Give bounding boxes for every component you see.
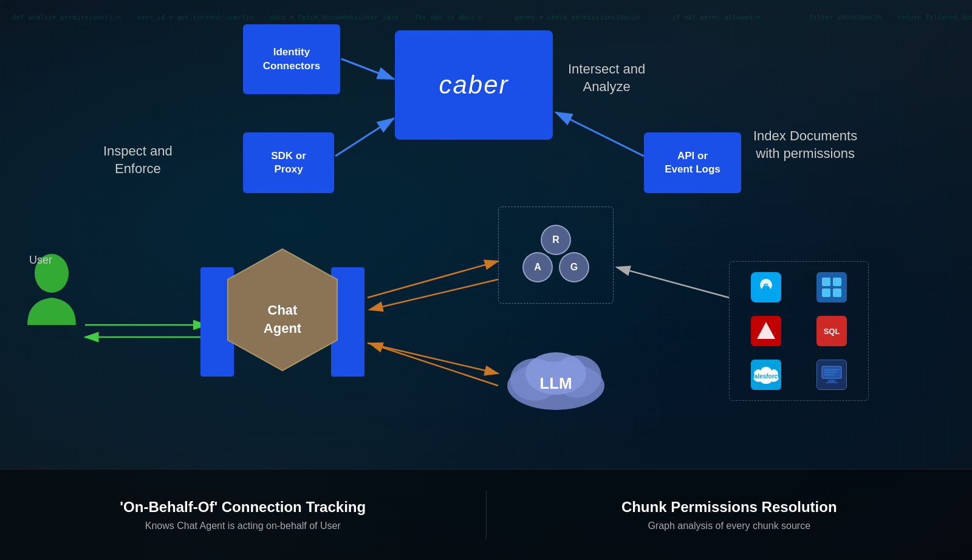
rag-circles: R A G xyxy=(522,225,589,285)
svg-rect-32 xyxy=(833,278,841,286)
api-event-logs-box: API or Event Logs xyxy=(644,132,741,193)
monitor-icon xyxy=(816,360,847,390)
svg-text:Chat: Chat xyxy=(268,302,298,318)
api-event-logs-label: API or Event Logs xyxy=(665,149,720,176)
azure-grid-icon xyxy=(816,272,847,302)
svg-text:S: S xyxy=(763,282,768,292)
svg-rect-39 xyxy=(826,382,838,383)
sdk-proxy-box: SDK or Proxy xyxy=(243,132,334,193)
bottom-left: 'On-Behalf-Of' Connection Tracking Knows… xyxy=(0,487,486,544)
bottom-section: 'On-Behalf-Of' Connection Tracking Knows… xyxy=(0,469,972,560)
svg-text:salesforce: salesforce xyxy=(753,373,779,380)
connection-tracking-title: 'On-Behalf-Of' Connection Tracking xyxy=(12,499,474,516)
caber-box: caber xyxy=(395,30,553,140)
llm-cloud-svg: LLM xyxy=(498,343,614,416)
user-label: User xyxy=(29,254,52,267)
identity-connectors-label: Identity Connectors xyxy=(263,46,320,72)
sharepoint-icon: S xyxy=(751,272,781,302)
svg-rect-33 xyxy=(822,289,830,297)
rag-g-circle: G xyxy=(559,252,589,282)
identity-connectors-box: Identity Connectors xyxy=(243,24,340,94)
caber-logo: caber xyxy=(439,70,508,100)
svg-rect-34 xyxy=(833,289,841,297)
svg-text:Agent: Agent xyxy=(264,321,302,336)
connection-tracking-subtitle: Knows Chat Agent is acting on-behalf of … xyxy=(12,521,474,531)
bottom-right: Chunk Permissions Resolution Graph analy… xyxy=(487,487,973,544)
svg-text:LLM: LLM xyxy=(539,374,572,392)
llm-container: LLM xyxy=(498,343,614,416)
sql-icon: SQL xyxy=(816,316,847,346)
svg-rect-38 xyxy=(828,380,835,382)
chat-agent-container: Chat Agent xyxy=(200,243,364,401)
chunk-permissions-subtitle: Graph analysis of every chunk source xyxy=(499,521,960,531)
salesforce-icon: salesforce xyxy=(751,360,781,390)
chat-agent-svg: Chat Agent xyxy=(200,243,364,401)
inspect-enforce-label: Inspect and Enforce xyxy=(103,143,173,177)
rag-a-circle: A xyxy=(522,252,553,282)
intersect-analyze-label: Intersect and Analyze xyxy=(568,61,645,95)
svg-rect-31 xyxy=(822,278,830,286)
index-documents-label: Index Documents with permissions xyxy=(753,128,857,162)
rag-r-circle: R xyxy=(541,225,571,255)
rag-box: R A G xyxy=(498,207,614,304)
svg-marker-35 xyxy=(757,322,775,339)
table-storage-icon xyxy=(751,316,781,346)
sdk-proxy-label: SDK or Proxy xyxy=(271,149,306,176)
data-sources-box: S SQL salesforce xyxy=(729,261,869,401)
chunk-permissions-title: Chunk Permissions Resolution xyxy=(499,499,960,516)
